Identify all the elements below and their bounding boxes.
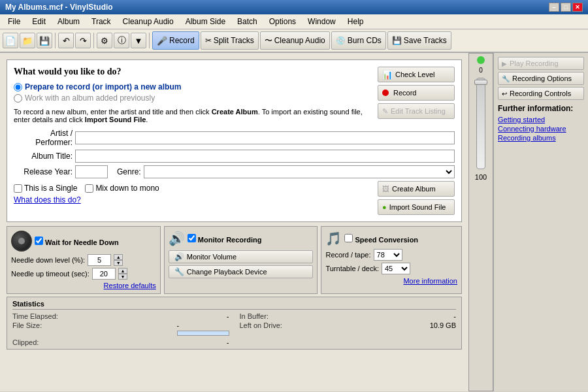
connecting-hardware-link[interactable]: Connecting hardware: [498, 125, 584, 133]
recording-controls-label: Recording Controls: [510, 90, 571, 97]
menu-help[interactable]: Help: [342, 16, 369, 27]
radio-existing[interactable]: [14, 94, 22, 103]
edit-track-label: Edit Track Listing: [391, 107, 446, 115]
needle-timeout-spinner[interactable]: ▲ ▼: [118, 268, 127, 280]
split-tracks-button[interactable]: ✂ Split Tracks: [201, 31, 259, 50]
controls-row: Wait for Needle Down Needle down level (…: [7, 226, 462, 294]
what-does-link[interactable]: What does this do?: [14, 195, 81, 204]
menu-options[interactable]: Options: [264, 16, 301, 27]
speed-control-box: 🎵 Speed Conversion Record / tape: 78 45 …: [321, 226, 462, 294]
needle-checkbox-label[interactable]: Wait for Needle Down: [35, 237, 119, 246]
left-panel: 📊 Check Level Record ✎ Edit Track Listin…: [0, 53, 468, 391]
menu-cleanup[interactable]: Cleanup Audio: [118, 16, 179, 27]
volume-level: 0: [479, 67, 483, 74]
more-info-link[interactable]: More information: [403, 277, 457, 285]
option-existing[interactable]: Work with an album added previously: [14, 93, 372, 103]
recording-albums-link[interactable]: Recording albums: [498, 134, 584, 142]
album-row: Album Title:: [14, 150, 455, 163]
record-speed-row: Record / tape: 78 45 33: [325, 249, 457, 261]
needle-checkbox[interactable]: [35, 237, 43, 245]
options-icon: 🔧: [502, 75, 510, 82]
import-sound-button[interactable]: ● Import Sound File: [378, 199, 455, 215]
check-level-button[interactable]: 📊 Check Level: [378, 67, 455, 82]
microphone-icon: 🎤: [157, 36, 167, 46]
speed-checkbox[interactable]: [344, 234, 353, 242]
single-checkbox-label[interactable]: This is a Single: [14, 184, 77, 193]
menu-file[interactable]: File: [3, 16, 25, 27]
minimize-button[interactable]: –: [549, 3, 559, 12]
needle-timeout-up[interactable]: ▲: [118, 268, 127, 274]
release-label: Release Year:: [14, 167, 73, 176]
album-input[interactable]: [75, 150, 455, 163]
needle-timeout-input[interactable]: [92, 268, 116, 280]
undo-button[interactable]: ↶: [58, 33, 74, 48]
menu-album[interactable]: Album: [52, 16, 85, 27]
mono-checkbox-label[interactable]: Mix down to mono: [85, 184, 159, 193]
open-button[interactable]: 📁: [20, 33, 35, 48]
menu-track[interactable]: Track: [86, 16, 116, 27]
save-tracks-button[interactable]: 💾 Save Tracks: [387, 31, 451, 50]
settings-button[interactable]: ⚙: [97, 33, 112, 48]
record-toolbar-button[interactable]: 🎤 Record: [152, 31, 199, 50]
menu-edit[interactable]: Edit: [27, 16, 51, 27]
getting-started-link[interactable]: Getting started: [498, 116, 584, 123]
menu-batch[interactable]: Batch: [232, 16, 263, 27]
checkbox-area: This is a Single Mix down to mono What d…: [14, 181, 159, 204]
save-button[interactable]: 💾: [37, 33, 52, 48]
single-label: This is a Single: [24, 184, 77, 193]
year-input[interactable]: [75, 165, 108, 178]
split-label: Split Tracks: [214, 36, 254, 45]
maximize-button[interactable]: □: [561, 3, 571, 12]
work-area: 📊 Check Level Record ✎ Edit Track Listin…: [7, 59, 462, 222]
volume-slider-track[interactable]: [476, 78, 485, 169]
window-controls: – □ ✕: [549, 3, 583, 12]
file-size-label: File Size:: [12, 321, 42, 337]
recording-options-button[interactable]: 🔧 Recording Options: [498, 72, 584, 85]
restore-defaults-link[interactable]: Restore defaults: [104, 282, 156, 289]
edit-track-button[interactable]: ✎ Edit Track Listing: [378, 103, 455, 119]
monitor-checkbox-label[interactable]: Monitor Recording: [188, 234, 262, 244]
clipped-label: Clipped:: [12, 338, 39, 346]
option-new-album[interactable]: Prepare to record (or import) a new albu…: [14, 82, 372, 91]
artist-row: Artist / Performer:: [14, 129, 455, 147]
turntable-select[interactable]: 45 33: [382, 263, 410, 274]
needle-timeout-down[interactable]: ▼: [118, 274, 127, 280]
recording-controls-button[interactable]: ↩ Recording Controls: [498, 87, 584, 100]
radio-new-album[interactable]: [14, 83, 22, 91]
close-button[interactable]: ✕: [572, 3, 583, 12]
volume-slider-thumb[interactable]: [474, 80, 487, 85]
mono-checkbox[interactable]: [85, 184, 93, 193]
dropdown-button[interactable]: ▼: [131, 33, 146, 48]
monitor-volume-button[interactable]: 🔊 Monitor Volume: [169, 250, 314, 263]
needle-title: Wait for Needle Down: [45, 238, 119, 246]
play-recording-button[interactable]: ▶ Play Recording: [498, 57, 584, 70]
record-speed-select[interactable]: 78 45 33: [374, 249, 402, 261]
needle-level-up[interactable]: ▲: [114, 254, 123, 260]
redo-button[interactable]: ↷: [75, 33, 91, 48]
new-button[interactable]: 📄: [3, 33, 18, 48]
change-playback-button[interactable]: 🔧 Change Playback Device: [169, 265, 314, 278]
create-album-button[interactable]: 🖼 Create Album: [378, 181, 455, 197]
single-checkbox[interactable]: [14, 184, 22, 193]
needle-level-input[interactable]: [88, 254, 111, 266]
cleanup-audio-button[interactable]: 〜 Cleanup Audio: [260, 31, 330, 50]
monitor-control-box: 🔊 Monitor Recording 🔊 Monitor Volume 🔧: [164, 226, 318, 294]
help-icon-button[interactable]: ⓘ: [114, 33, 129, 48]
needle-level-spinner[interactable]: ▲ ▼: [114, 254, 123, 266]
create-album-icon: 🖼: [382, 185, 389, 193]
burn-cds-button[interactable]: 💿 Burn CDs: [331, 31, 386, 50]
speed-checkbox-label[interactable]: Speed Conversion: [344, 234, 418, 244]
artist-input[interactable]: [75, 131, 455, 144]
menu-window[interactable]: Window: [302, 16, 341, 27]
menu-albumside[interactable]: Album Side: [180, 16, 231, 27]
record-label: Record: [393, 89, 416, 97]
monitor-checkbox[interactable]: [188, 234, 196, 242]
genre-label: Genre:: [117, 167, 141, 176]
record-button[interactable]: Record: [378, 85, 455, 101]
genre-select[interactable]: [144, 165, 455, 178]
in-buffer-label: In Buffer:: [240, 312, 269, 320]
needle-level-down[interactable]: ▼: [114, 260, 123, 266]
edit-track-icon: ✎: [382, 107, 388, 116]
cleanup-icon: 〜: [265, 35, 272, 46]
bottom-controls: Wait for Needle Down Needle down level (…: [7, 226, 462, 350]
